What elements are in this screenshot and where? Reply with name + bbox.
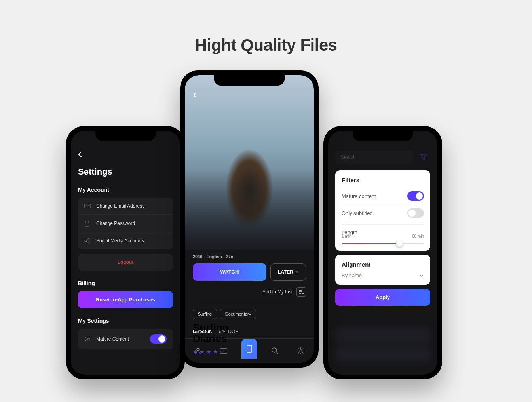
- svg-point-2: [85, 240, 86, 242]
- filter-icon[interactable]: [417, 151, 430, 164]
- star-icon: ★: [213, 349, 218, 355]
- svg-rect-1: [85, 223, 89, 226]
- add-to-list[interactable]: Add to My List: [262, 287, 306, 297]
- reset-purchases-button[interactable]: Reset In-App Purchases: [78, 291, 173, 308]
- logout-button[interactable]: Logout: [78, 254, 173, 271]
- alignment-dropdown[interactable]: By name: [342, 272, 424, 278]
- social-accounts-label: Social Media Accounts: [96, 238, 144, 244]
- blurred-background: [328, 327, 437, 375]
- svg-point-4: [88, 242, 89, 243]
- social-accounts-row[interactable]: Social Media Accounts: [78, 232, 173, 249]
- phone-mockups: Settings My Account Change Email Address…: [0, 70, 532, 387]
- star-icon: ★: [206, 349, 211, 355]
- tab-search[interactable]: [267, 343, 283, 359]
- billing-heading: Billing: [78, 280, 173, 286]
- svg-point-3: [88, 238, 89, 240]
- apply-button[interactable]: Apply: [335, 289, 430, 306]
- alignment-card: Alignment By name: [335, 255, 430, 285]
- share-icon: [84, 238, 91, 244]
- subtitled-filter-row[interactable]: Only subtitled: [342, 206, 424, 223]
- star-icon: ☆: [220, 349, 225, 355]
- rating-stars: ★ ★ ★ ★ ☆: [193, 349, 229, 355]
- mail-icon: [84, 204, 91, 208]
- svg-point-9: [300, 350, 302, 352]
- later-button[interactable]: LATER +: [270, 263, 306, 281]
- later-label: LATER: [278, 269, 293, 275]
- length-min: 1 min: [342, 234, 351, 238]
- change-password-row[interactable]: Change Password: [78, 215, 173, 232]
- phone-settings: Settings My Account Change Email Address…: [66, 126, 185, 379]
- mature-content-label: Mature Content: [96, 336, 129, 342]
- movie-meta: 2016 - English - 27m: [193, 254, 235, 259]
- mature-filter-toggle[interactable]: [407, 191, 424, 201]
- change-password-label: Change Password: [96, 221, 135, 226]
- svg-rect-0: [85, 204, 90, 208]
- chevron-down-icon: [419, 272, 424, 278]
- mature-content-row[interactable]: Mature Content: [78, 329, 173, 349]
- account-card: Change Email Address Change Password Soc…: [78, 198, 173, 249]
- tag-documentary[interactable]: Documentary: [220, 309, 256, 319]
- eye-off-icon: [84, 336, 91, 342]
- hero-image: [185, 75, 314, 250]
- alignment-title: Alignment: [342, 261, 424, 268]
- tags: Surfing Documentary: [193, 309, 256, 319]
- account-heading: My Account: [78, 187, 173, 193]
- watch-button[interactable]: WATCH: [193, 263, 266, 281]
- mature-filter-label: Mature content: [342, 193, 376, 199]
- filters-title: Filters: [342, 177, 424, 183]
- star-icon: ★: [193, 349, 198, 355]
- plus-icon: +: [296, 269, 298, 275]
- mature-toggle[interactable]: [150, 334, 167, 344]
- star-icon: ★: [200, 349, 205, 355]
- change-email-row[interactable]: Change Email Address: [78, 198, 173, 215]
- back-icon[interactable]: [193, 92, 197, 100]
- subtitled-filter-toggle[interactable]: [407, 208, 424, 218]
- svg-rect-7: [247, 345, 252, 352]
- search-input[interactable]: Search: [335, 151, 413, 164]
- divider: [193, 303, 306, 303]
- length-slider[interactable]: [342, 243, 424, 244]
- change-email-label: Change Email Address: [96, 203, 144, 209]
- filters-card: Filters Mature content Only subtitled Le…: [335, 170, 430, 251]
- tag-surfing[interactable]: Surfing: [193, 309, 217, 319]
- page-title: Hight Quality Files: [0, 0, 532, 55]
- subtitled-filter-label: Only subtitled: [342, 210, 373, 216]
- length-max: 60 min: [412, 234, 424, 238]
- mature-filter-row[interactable]: Mature content: [342, 189, 424, 206]
- settings-title: Settings: [78, 167, 173, 177]
- alignment-value: By name: [342, 272, 362, 278]
- phone-movie-detail: Surfing Diaries ★ ★ ★ ★ ☆ 2016 - English…: [180, 70, 319, 368]
- lock-icon: [84, 220, 91, 227]
- tab-settings[interactable]: [293, 343, 309, 359]
- back-icon[interactable]: [78, 151, 82, 160]
- movie-title: Surfing Diaries: [193, 322, 229, 345]
- list-add-icon: [296, 287, 306, 297]
- phone-filters: Search Filters Mature content Only subti…: [323, 126, 442, 379]
- mysettings-heading: My Settings: [78, 318, 173, 324]
- tab-home[interactable]: [241, 339, 257, 359]
- add-to-list-label: Add to My List: [262, 289, 293, 295]
- svg-point-8: [272, 348, 277, 352]
